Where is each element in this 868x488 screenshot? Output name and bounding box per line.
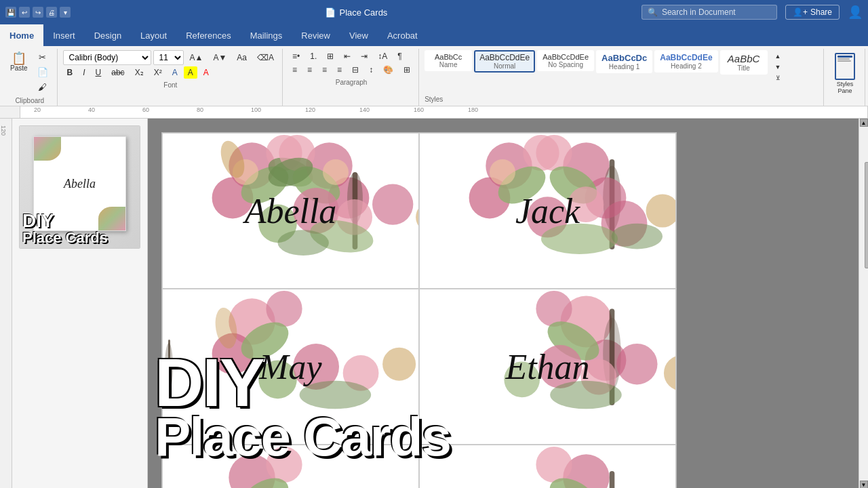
strikethrough-button[interactable]: abc (107, 66, 128, 79)
numbering-button[interactable]: 1. (306, 50, 321, 62)
ruler-area: 20 40 60 80 100 120 140 160 180 (0, 106, 868, 119)
place-card-partial-left[interactable]: ... (162, 445, 419, 488)
tab-review[interactable]: Review (292, 24, 340, 46)
page-thumbnail[interactable]: Abella DIY Place Cards (19, 125, 140, 249)
paste-button[interactable]: 📋 Paste (7, 50, 31, 74)
styles-scroll-up[interactable]: ▲ (771, 52, 785, 61)
text-effects-button[interactable]: A (168, 66, 182, 79)
style-title[interactable]: AaBbC Title (720, 50, 768, 75)
show-hide-button[interactable]: ¶ (393, 50, 406, 62)
font-row2: B I U abc X₂ X² A A A (63, 66, 278, 79)
page-thumbnail-sidebar: Abella DIY Place Cards (12, 119, 148, 488)
styles-pane-group: Styles Pane (825, 49, 865, 106)
font-shrink-button[interactable]: A▼ (209, 52, 231, 64)
decrease-indent-button[interactable]: ⇤ (340, 50, 355, 62)
svg-point-61 (616, 344, 657, 384)
svg-point-38 (646, 194, 676, 227)
shading-button[interactable]: 🎨 (379, 64, 397, 76)
customize-icon[interactable]: ▾ (60, 7, 71, 18)
tab-design[interactable]: Design (85, 24, 131, 46)
document-area[interactable]: ⊕ (148, 119, 859, 488)
style-normal[interactable]: AaBbCcDdEe Normal (474, 50, 535, 73)
tab-acrobat[interactable]: Acrobat (378, 24, 427, 46)
style-heading2[interactable]: AaBbCcDdEe Heading 2 (654, 50, 717, 73)
diy-line2: Place Cards (22, 230, 137, 245)
svg-point-69 (536, 447, 572, 483)
underline-button[interactable]: U (92, 66, 106, 79)
tab-insert[interactable]: Insert (43, 24, 85, 46)
share-button[interactable]: 👤+ Share (785, 5, 840, 20)
borders-button[interactable]: ⊞ (399, 64, 414, 76)
card-name-ethan: Ethan (505, 347, 589, 387)
columns-button[interactable]: ⊟ (348, 64, 363, 76)
vertical-ruler: 20 40 60 80 100 120 (0, 119, 12, 488)
horizontal-ruler: 20 40 60 80 100 120 140 160 180 (20, 106, 868, 118)
style-heading1[interactable]: AaBbCcDc Heading 1 (596, 50, 652, 73)
print-icon[interactable]: 🖨 (46, 7, 57, 18)
styles-scroll-down[interactable]: ▼ (771, 62, 785, 72)
text-highlight-button[interactable]: A (184, 66, 197, 79)
font-family-select[interactable]: Calibri (Body) (63, 50, 151, 65)
floral-tl-5 (163, 445, 418, 488)
place-card-may[interactable]: May (162, 289, 419, 445)
format-painter-button[interactable]: 🖌 (33, 80, 53, 94)
italic-button[interactable]: I (79, 66, 89, 79)
place-card-partial-right[interactable] (419, 445, 676, 488)
superscript-button[interactable]: X² (150, 66, 166, 79)
styles-more[interactable]: ⊻ (771, 73, 785, 83)
tab-references[interactable]: References (176, 24, 240, 46)
styles-group: AaBbCc Name AaBbCcDdEe Normal AaBbCcDdEe… (420, 49, 824, 106)
change-case-button[interactable]: Aa (233, 52, 251, 64)
increase-indent-button[interactable]: ⇥ (357, 50, 372, 62)
styles-pane-button[interactable]: Styles Pane (829, 50, 861, 97)
user-avatar[interactable]: 👤 (848, 5, 863, 20)
tab-home[interactable]: Home (0, 24, 43, 46)
style-name[interactable]: AaBbCc Name (425, 50, 472, 71)
thumbnail-name: Abella (64, 177, 96, 191)
align-left-button[interactable]: ≡ (288, 64, 301, 76)
font-color-button[interactable]: A (199, 66, 213, 79)
subscript-button[interactable]: X₂ (131, 66, 148, 79)
undo-icon[interactable]: ↩ (19, 7, 30, 18)
align-center-button[interactable]: ≡ (303, 64, 316, 76)
clear-format-button[interactable]: ⌫A (253, 52, 278, 64)
bullets-button[interactable]: ≡• (288, 50, 304, 62)
scroll-up-button[interactable]: ▲ (860, 119, 868, 127)
justify-button[interactable]: ≡ (333, 64, 346, 76)
font-grow-button[interactable]: A▲ (186, 52, 208, 64)
tab-view[interactable]: View (340, 24, 378, 46)
main-area: 20 40 60 80 100 120 Abel (0, 119, 868, 488)
font-label: Font (63, 81, 278, 89)
line-spacing-button[interactable]: ↕ (365, 64, 377, 76)
align-right-button[interactable]: ≡ (318, 64, 331, 76)
scroll-down-button[interactable]: ▼ (860, 481, 868, 488)
search-placeholder: Search in Document (662, 7, 736, 17)
multilevel-button[interactable]: ⊞ (323, 50, 338, 62)
style-no-spacing[interactable]: AaBbCcDdEe No Spacing (537, 50, 594, 71)
font-size-select[interactable]: 11 (153, 50, 184, 65)
save-icon[interactable]: 💾 (5, 7, 16, 18)
copy-button[interactable]: 📄 (33, 65, 53, 79)
bold-button[interactable]: B (63, 66, 77, 79)
search-icon: 🔍 (648, 7, 658, 17)
place-card-abella[interactable]: Abella (162, 133, 419, 289)
scroll-thumb[interactable] (865, 162, 869, 268)
vertical-scrollbar[interactable]: ▲ ▼ (859, 119, 868, 488)
paste-icon: 📋 (12, 52, 26, 64)
tab-layout[interactable]: Layout (131, 24, 176, 46)
document-title: Place Cards (340, 7, 388, 18)
tab-mailings[interactable]: Mailings (241, 24, 292, 46)
diy-line1: DIY (22, 211, 137, 230)
ribbon-content: 📋 Paste ✂ 📄 🖌 Clipboard Calibri (Body) (0, 46, 868, 106)
para-row2: ≡ ≡ ≡ ≡ ⊟ ↕ 🎨 ⊞ (288, 64, 414, 76)
title-right-controls: 🔍 Search in Document 👤+ Share 👤 (642, 5, 863, 20)
search-bar[interactable]: 🔍 Search in Document (642, 5, 777, 20)
thumbnail-image: Abella DIY Place Cards (20, 126, 140, 248)
cut-button[interactable]: ✂ (33, 50, 53, 64)
place-card-jack[interactable]: Jack (419, 133, 676, 289)
floral-tr-6 (420, 445, 675, 488)
place-card-ethan[interactable]: Ethan (419, 289, 676, 445)
sort-button[interactable]: ↕A (374, 50, 391, 62)
redo-icon[interactable]: ↪ (33, 7, 43, 18)
svg-point-45 (165, 343, 173, 390)
